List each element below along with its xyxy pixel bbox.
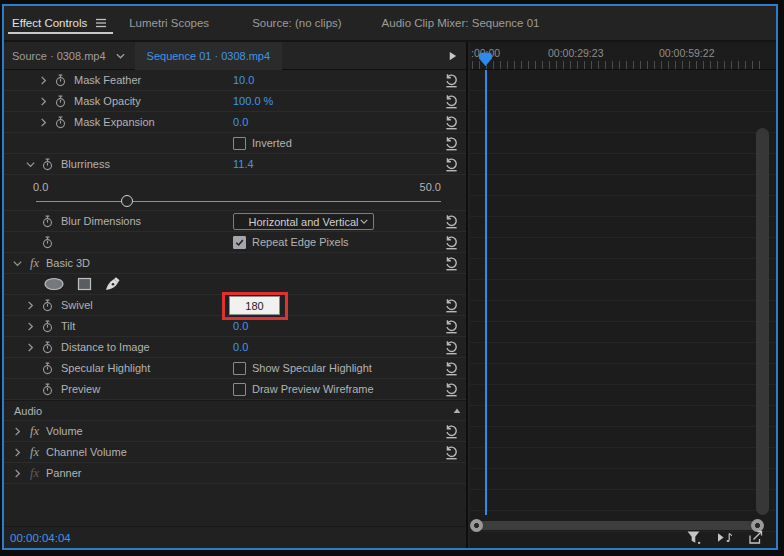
expand-chevron-icon[interactable]	[25, 300, 36, 311]
repeat-edge-pixels-checkbox[interactable]	[233, 236, 246, 249]
slider-track[interactable]	[36, 201, 441, 202]
slider-knob[interactable]	[121, 195, 133, 207]
row-blur-dimensions: Blur Dimensions Horizontal and Vertical	[4, 211, 466, 232]
export-frame-icon[interactable]	[748, 530, 764, 545]
reset-parameter-icon[interactable]	[444, 115, 459, 130]
collapse-chevron-icon[interactable]	[25, 159, 36, 170]
reset-parameter-icon[interactable]	[444, 73, 459, 88]
playhead-icon[interactable]	[478, 51, 493, 67]
param-value[interactable]: 0.0	[233, 341, 248, 353]
effect-parameters-column: Source · 0308.mp4 Sequence 01 · 0308.mp4…	[4, 42, 468, 548]
ellipse-mask-tool-icon[interactable]	[42, 276, 66, 292]
slider-min-label: 0.0	[33, 181, 48, 193]
zoom-scrollbar-track[interactable]	[476, 521, 758, 530]
param-value[interactable]: 0.0	[233, 116, 248, 128]
param-value[interactable]: 0.0	[233, 320, 248, 332]
reset-parameter-icon[interactable]	[444, 157, 459, 172]
stopwatch-icon[interactable]	[41, 320, 54, 333]
reset-parameter-icon[interactable]	[444, 214, 459, 229]
expand-chevron-icon[interactable]	[12, 447, 23, 458]
reset-effect-icon[interactable]	[444, 424, 459, 439]
blurriness-slider: 0.0 50.0	[4, 175, 466, 211]
param-label: Tilt	[61, 320, 75, 332]
reset-parameter-icon[interactable]	[444, 94, 459, 109]
tab-source[interactable]: Source: (no clips)	[252, 6, 341, 40]
filter-properties-icon[interactable]	[686, 530, 702, 545]
current-timecode[interactable]: 00:00:04:04	[10, 532, 71, 544]
stopwatch-icon[interactable]	[41, 341, 54, 354]
tab-lumetri-scopes[interactable]: Lumetri Scopes	[129, 6, 209, 40]
rectangle-mask-tool-icon[interactable]	[76, 276, 94, 292]
expand-chevron-icon[interactable]	[38, 75, 49, 86]
checkbox-label: Show Specular Highlight	[252, 362, 372, 374]
stopwatch-icon[interactable]	[41, 299, 54, 312]
play-audio-icon[interactable]	[717, 530, 733, 545]
stopwatch-icon[interactable]	[41, 236, 54, 249]
fx-badge-icon: fx	[30, 466, 39, 481]
audio-section-header[interactable]: Audio	[4, 400, 466, 421]
source-clip-label[interactable]: Source · 0308.mp4	[12, 50, 106, 62]
show-timeline-play-icon[interactable]	[447, 50, 458, 62]
timeline-footer-icons	[686, 530, 764, 545]
timeline-ruler[interactable]: :00:00 00:00:29:23 00:00:59:22	[470, 42, 776, 70]
playhead-line[interactable]	[485, 70, 487, 515]
reset-effect-icon[interactable]	[444, 445, 459, 460]
ruler-tick-label: 00:00:59:22	[659, 47, 714, 59]
check-icon	[234, 237, 245, 248]
param-value[interactable]: 11.4	[233, 158, 254, 170]
stopwatch-icon[interactable]	[41, 215, 54, 228]
checkbox-label: Repeat Edge Pixels	[252, 236, 349, 248]
expand-chevron-icon[interactable]	[25, 342, 36, 353]
fx-badge-icon[interactable]: fx	[30, 445, 39, 460]
row-distance-to-image: Distance to Image 0.0	[4, 337, 466, 358]
tab-effect-controls[interactable]: Effect Controls	[12, 6, 107, 40]
panel-tab-bar: Effect Controls Lumetri Scopes Source: (…	[4, 6, 776, 42]
parameter-rows: Mask Feather 10.0 Mask Opacity 100.0 % M…	[4, 70, 466, 484]
reset-parameter-icon[interactable]	[444, 382, 459, 397]
collapse-chevron-icon[interactable]	[12, 258, 23, 269]
swivel-value-input[interactable]	[229, 296, 280, 315]
stopwatch-icon[interactable]	[54, 116, 67, 129]
timeline-track-area[interactable]	[470, 70, 776, 548]
inverted-checkbox[interactable]	[233, 137, 246, 150]
row-specular-highlight: Specular Highlight Show Specular Highlig…	[4, 358, 466, 379]
expand-chevron-icon[interactable]	[38, 117, 49, 128]
stopwatch-icon[interactable]	[54, 74, 67, 87]
reset-effect-icon[interactable]	[444, 256, 459, 271]
reset-parameter-icon[interactable]	[444, 319, 459, 334]
row-preview: Preview Draw Preview Wireframe	[4, 379, 466, 400]
chevron-down-icon[interactable]	[115, 51, 126, 61]
stopwatch-icon[interactable]	[41, 158, 54, 171]
vertical-scrollbar[interactable]	[756, 128, 769, 515]
expand-chevron-icon[interactable]	[12, 426, 23, 437]
reset-parameter-icon[interactable]	[444, 340, 459, 355]
blur-dimensions-dropdown[interactable]: Horizontal and Vertical	[233, 213, 374, 230]
param-label: Distance to Image	[61, 341, 150, 353]
draw-preview-wireframe-checkbox[interactable]	[233, 383, 246, 396]
reset-parameter-icon[interactable]	[444, 361, 459, 376]
collapse-triangle-icon[interactable]	[452, 406, 462, 415]
param-value[interactable]: 100.0 %	[233, 95, 273, 107]
stopwatch-icon[interactable]	[41, 383, 54, 396]
expand-chevron-icon[interactable]	[25, 321, 36, 332]
panel-menu-icon[interactable]	[95, 18, 107, 28]
pen-mask-tool-icon[interactable]	[104, 276, 122, 292]
row-repeat-edge-pixels: Repeat Edge Pixels	[4, 232, 466, 253]
reset-parameter-icon[interactable]	[444, 298, 459, 313]
sequence-clip-label[interactable]: Sequence 01 · 0308.mp4	[135, 42, 283, 70]
stopwatch-icon[interactable]	[41, 362, 54, 375]
expand-chevron-icon[interactable]	[12, 468, 23, 479]
panel-footer: 00:00:04:04	[4, 526, 466, 548]
reset-parameter-icon[interactable]	[444, 136, 459, 151]
stopwatch-icon[interactable]	[54, 95, 67, 108]
fx-badge-icon[interactable]: fx	[30, 256, 39, 271]
param-value[interactable]: 10.0	[233, 74, 254, 86]
tab-audio-clip-mixer[interactable]: Audio Clip Mixer: Sequence 01	[382, 6, 540, 40]
row-mask-feather: Mask Feather 10.0	[4, 70, 466, 91]
show-specular-highlight-checkbox[interactable]	[233, 362, 246, 375]
expand-chevron-icon[interactable]	[38, 96, 49, 107]
fx-badge-icon[interactable]: fx	[30, 424, 39, 439]
reset-parameter-icon[interactable]	[444, 235, 459, 250]
zoom-handle-left[interactable]	[470, 519, 483, 532]
tab-label: Effect Controls	[12, 17, 87, 29]
